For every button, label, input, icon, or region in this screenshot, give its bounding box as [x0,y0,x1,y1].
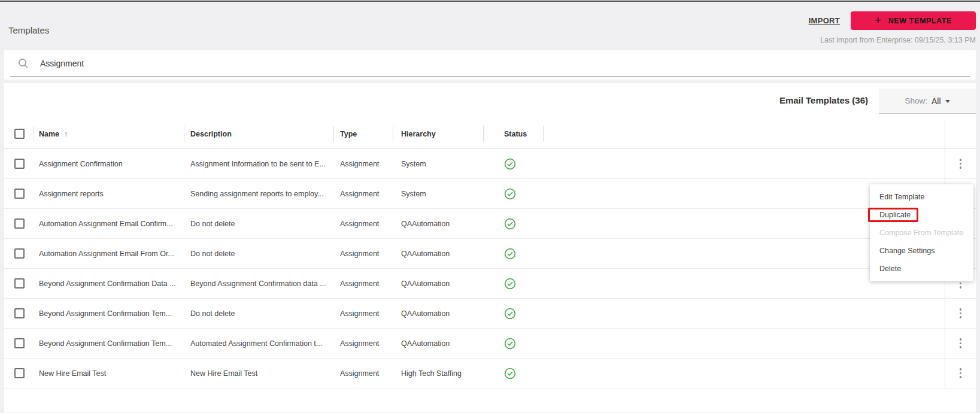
context-menu-item-compose-from-template: Compose From Template [870,224,973,242]
cell-hierarchy: QAAutomation [393,269,484,298]
cell-hierarchy: QAAutomation [393,299,484,328]
cell-hierarchy: System [393,179,484,208]
context-menu-item-duplicate[interactable]: Duplicate [870,206,973,224]
status-active-icon [504,338,516,350]
table-row[interactable]: Assignment reports Sending assignment re… [4,179,976,209]
cell-hierarchy: System [393,149,484,178]
column-header-description[interactable]: Description [184,119,334,148]
row-checkbox[interactable] [14,338,25,348]
row-actions-kebab-icon[interactable] [957,336,964,351]
table-row[interactable]: Beyond Assignment Confirmation Data ... … [4,269,976,299]
cell-name: Beyond Assignment Confirmation Tem... [34,299,184,328]
column-header-hierarchy[interactable]: Hierarchy [393,119,484,148]
cell-type: Assignment [334,239,393,268]
status-active-icon [504,368,516,379]
row-context-menu: Edit Template Duplicate Compose From Tem… [870,184,973,281]
cell-name: Assignment Confirmation [34,149,184,178]
cell-type: Assignment [334,329,393,358]
table-row[interactable]: Automation Assignment Email From Or... D… [4,239,976,269]
status-active-icon [504,188,516,200]
cell-status [484,239,544,268]
cell-type: Assignment [334,209,393,238]
cell-type: Assignment [334,179,393,208]
row-actions-kebab-icon[interactable] [957,366,964,381]
context-menu-item-edit-template[interactable]: Edit Template [870,188,973,206]
column-header-name[interactable]: Name ↑ [34,119,184,148]
new-template-label: NEW TEMPLATE [888,17,952,25]
show-filter-value: All [932,96,941,106]
new-template-button[interactable]: + NEW TEMPLATE [851,11,976,30]
cell-status [484,179,544,208]
table-header: Name ↑ Description Type Hierarchy Status [4,119,976,149]
cell-hierarchy: High Tech Staffing [393,359,484,388]
cell-hierarchy: QAAutomation [393,239,484,268]
page-header: Templates IMPORT + NEW TEMPLATE Last imp… [0,2,980,50]
search-icon [18,58,29,69]
table-row[interactable]: Assignment Confirmation Assignment Infor… [4,149,976,179]
row-checkbox[interactable] [14,248,25,259]
cell-name: Automation Assignment Email From Or... [34,239,184,268]
cell-name: Assignment reports [34,179,184,208]
show-filter-dropdown[interactable]: Show: All [879,89,976,114]
table-row-partial [4,388,976,412]
cell-description: Assignment Information to be sent to E..… [184,149,334,178]
row-checkbox[interactable] [14,159,25,169]
row-checkbox[interactable] [14,368,25,378]
list-title: Email Templates (36) [779,95,868,105]
cell-description: Sending assignment reports to employ... [184,179,334,208]
show-filter-label: Show: [905,96,927,105]
row-checkbox[interactable] [14,189,25,199]
cell-hierarchy: QAAutomation [393,329,484,358]
templates-card: Email Templates (36) Show: All Name ↑ De… [4,83,976,409]
cell-description: Do not delete [184,209,334,238]
table-row[interactable]: Beyond Assignment Confirmation Tem... Do… [4,299,976,329]
cell-status [484,329,544,358]
cell-description: New Hire Email Test [184,359,334,388]
row-actions-kebab-icon[interactable] [957,306,964,321]
cell-description: Do not delete [184,239,334,268]
status-active-icon [504,158,516,170]
table-row[interactable]: New Hire Email Test New Hire Email Test … [4,359,976,388]
cell-status [484,149,544,178]
column-header-type[interactable]: Type [334,119,393,148]
status-active-icon [504,248,516,260]
row-actions-kebab-icon[interactable] [957,156,964,171]
column-header-actions [945,119,976,148]
table-body: Assignment Confirmation Assignment Infor… [4,149,976,388]
cell-name: Beyond Assignment Confirmation Tem... [34,329,184,358]
sort-ascending-icon: ↑ [64,129,68,138]
cell-description: Do not delete [184,299,334,328]
import-link[interactable]: IMPORT [809,16,840,25]
cell-name: New Hire Email Test [34,359,184,388]
cell-description: Automated Assignment Confirmation t... [184,329,334,358]
cell-status [484,209,544,238]
plus-icon: + [875,14,882,26]
cell-name: Automation Assignment Email Confirm... [34,209,184,238]
cell-status [484,299,544,328]
cell-type: Assignment [334,149,393,178]
table-row[interactable]: Automation Assignment Email Confirm... D… [4,209,976,239]
context-menu-item-change-settings[interactable]: Change Settings [870,242,973,260]
cell-name: Beyond Assignment Confirmation Data ... [34,269,184,298]
row-checkbox[interactable] [14,278,25,289]
cell-type: Assignment [334,269,393,298]
row-checkbox[interactable] [14,218,25,229]
cell-type: Assignment [334,359,393,388]
page-title: Templates [8,25,49,35]
search-input[interactable] [40,59,878,68]
status-active-icon [504,218,516,230]
column-header-status[interactable]: Status [484,119,544,148]
cell-status [484,359,544,388]
chevron-down-icon [945,100,950,103]
status-active-icon [504,278,516,290]
status-active-icon [504,308,516,320]
context-menu-item-delete[interactable]: Delete [870,260,973,278]
table-row[interactable]: Beyond Assignment Confirmation Tem... Au… [4,329,976,359]
select-all-checkbox[interactable] [14,129,25,139]
search-bar [4,50,976,80]
cell-description: Beyond Assignment Confirmation data ... [184,269,334,298]
cell-status [484,269,544,298]
cell-type: Assignment [334,299,393,328]
cell-hierarchy: QAAutomation [393,209,484,238]
row-checkbox[interactable] [14,308,25,318]
